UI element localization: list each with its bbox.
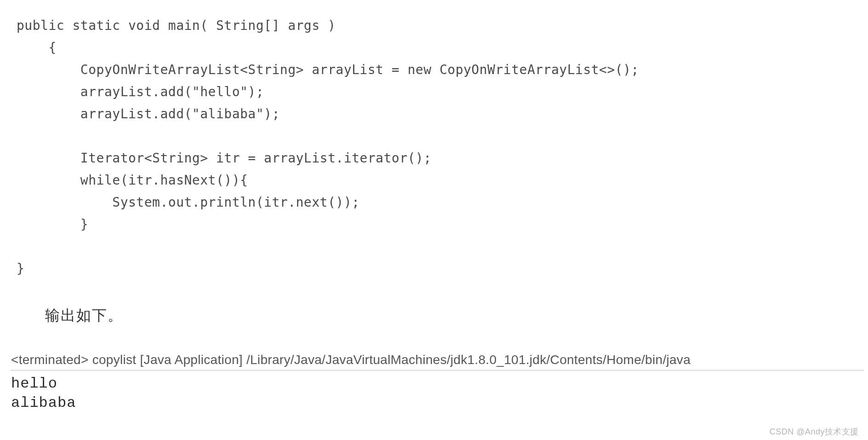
output-caption: 输出如下。 bbox=[45, 306, 868, 326]
code-line: public static void main( String[] args ) bbox=[17, 18, 336, 33]
code-line: System.out.println(itr.next()); bbox=[17, 195, 360, 210]
code-line: CopyOnWriteArrayList<String> arrayList =… bbox=[17, 62, 639, 77]
code-line: Iterator<String> itr = arrayList.iterato… bbox=[17, 151, 432, 166]
watermark: CSDN @Andy技术支援 bbox=[770, 426, 859, 437]
console-panel: <terminated> copylist [Java Application]… bbox=[11, 353, 863, 413]
java-code-block: public static void main( String[] args )… bbox=[17, 15, 868, 280]
document-page: public static void main( String[] args )… bbox=[0, 0, 868, 440]
code-line: } bbox=[17, 261, 24, 276]
code-line: } bbox=[17, 217, 88, 232]
code-line: arrayList.add("alibaba"); bbox=[17, 106, 280, 122]
code-line: arrayList.add("hello"); bbox=[17, 84, 264, 99]
console-output: hello alibaba bbox=[11, 374, 863, 413]
console-line: hello bbox=[11, 375, 57, 392]
console-header: <terminated> copylist [Java Application]… bbox=[11, 353, 863, 371]
code-line: while(itr.hasNext()){ bbox=[17, 173, 248, 188]
code-line: { bbox=[17, 40, 57, 55]
console-line: alibaba bbox=[11, 394, 76, 411]
